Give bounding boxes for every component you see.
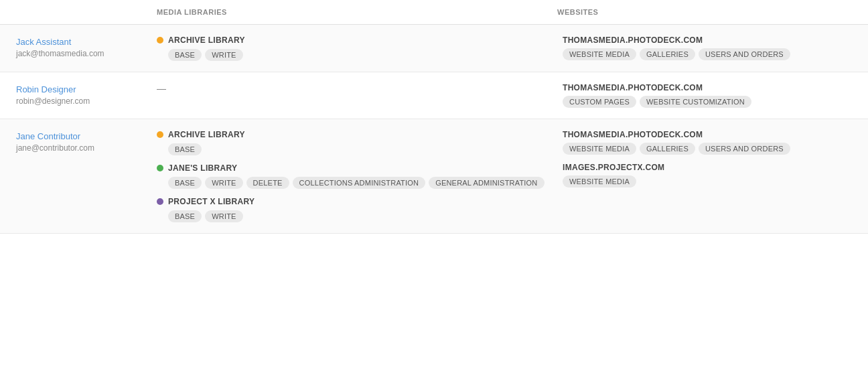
website-tags-row: WEBSITE MEDIAGALLERIESUSERS AND ORDERS (563, 143, 852, 155)
table-body: Jack Assistantjack@thomasmedia.comARCHIV… (0, 25, 868, 234)
table-row: Jack Assistantjack@thomasmedia.comARCHIV… (0, 25, 868, 72)
library-dot-icon (157, 37, 163, 44)
permission-tag: DELETE (246, 177, 289, 189)
website-permission-tag: WEBSITE MEDIA (563, 143, 636, 155)
library-group: ARCHIVE LIBRARYBASEWRITE (157, 35, 557, 61)
user-cell: Jane Contributorjane@contributor.com (16, 130, 157, 153)
website-permission-tag: CUSTOM PAGES (563, 96, 636, 108)
permission-tag: BASE (168, 143, 202, 155)
user-cell: Robin Designerrobin@designer.com (16, 83, 157, 106)
users-table: MEDIA LIBRARIES WEBSITES Jack Assistantj… (0, 0, 868, 369)
permission-tag: BASE (168, 177, 202, 189)
user-cell: Jack Assistantjack@thomasmedia.com (16, 35, 157, 58)
website-name-label: THOMASMEDIA.PHOTODECK.COM (563, 83, 852, 92)
website-permission-tag: GALLERIES (640, 143, 695, 155)
website-permission-tag: GALLERIES (640, 48, 695, 60)
table-row: Jane Contributorjane@contributor.comARCH… (0, 119, 868, 234)
library-tags-row: BASEWRITE (157, 210, 557, 222)
library-dot-icon (157, 165, 163, 171)
col-header-websites: WEBSITES (557, 5, 852, 19)
table-row: Robin Designerrobin@designer.com—THOMASM… (0, 72, 868, 119)
library-dot-icon (157, 198, 163, 205)
library-name-row: PROJECT X LIBRARY (157, 197, 557, 206)
library-name-label: JANE'S LIBRARY (168, 163, 237, 173)
library-name-row: ARCHIVE LIBRARY (157, 130, 557, 139)
library-group: JANE'S LIBRARYBASEWRITEDELETECOLLECTIONS… (157, 163, 557, 189)
website-permission-tag: WEBSITE CUSTOMIZATION (640, 96, 751, 108)
websites-cell: THOMASMEDIA.PHOTODECK.COMWEBSITE MEDIAGA… (557, 35, 852, 60)
website-permission-tag: USERS AND ORDERS (699, 143, 790, 155)
library-group: PROJECT X LIBRARYBASEWRITE (157, 197, 557, 222)
website-group: IMAGES.PROJECTX.COMWEBSITE MEDIA (563, 163, 852, 188)
website-permission-tag: WEBSITE MEDIA (563, 175, 636, 188)
media-cell: ARCHIVE LIBRARYBASEJANE'S LIBRARYBASEWRI… (157, 130, 557, 222)
website-permission-tag: WEBSITE MEDIA (563, 48, 636, 60)
website-tags-row: CUSTOM PAGESWEBSITE CUSTOMIZATION (563, 96, 852, 108)
library-tags-row: BASEWRITEDELETECOLLECTIONS ADMINISTRATIO… (157, 177, 557, 189)
library-name-label: PROJECT X LIBRARY (168, 197, 255, 206)
media-cell: ARCHIVE LIBRARYBASEWRITE (157, 35, 557, 61)
permission-tag: WRITE (205, 49, 242, 61)
website-tags-row: WEBSITE MEDIA (563, 175, 852, 188)
library-name-label: ARCHIVE LIBRARY (168, 35, 245, 45)
permission-tag: COLLECTIONS ADMINISTRATION (293, 177, 426, 189)
website-group: THOMASMEDIA.PHOTODECK.COMWEBSITE MEDIAGA… (563, 130, 852, 155)
user-email: jane@contributor.com (16, 143, 157, 153)
website-tags-row: WEBSITE MEDIAGALLERIESUSERS AND ORDERS (563, 48, 852, 60)
websites-cell: THOMASMEDIA.PHOTODECK.COMCUSTOM PAGESWEB… (557, 83, 852, 108)
user-email: robin@designer.com (16, 96, 157, 106)
website-permission-tag: USERS AND ORDERS (699, 48, 790, 60)
website-group: THOMASMEDIA.PHOTODECK.COMWEBSITE MEDIAGA… (563, 35, 852, 60)
website-group: THOMASMEDIA.PHOTODECK.COMCUSTOM PAGESWEB… (563, 83, 852, 108)
table-header: MEDIA LIBRARIES WEBSITES (0, 0, 868, 25)
empty-libraries: — (157, 83, 557, 94)
col-header-user (16, 5, 157, 19)
user-name[interactable]: Jane Contributor (16, 131, 157, 141)
library-name-row: ARCHIVE LIBRARY (157, 35, 557, 45)
user-name[interactable]: Jack Assistant (16, 37, 157, 47)
permission-tag: BASE (168, 210, 202, 222)
website-name-label: IMAGES.PROJECTX.COM (563, 163, 852, 172)
user-name[interactable]: Robin Designer (16, 84, 157, 94)
library-tags-row: BASEWRITE (157, 49, 557, 61)
permission-tag: WRITE (205, 210, 242, 222)
library-dot-icon (157, 131, 163, 138)
library-tags-row: BASE (157, 143, 557, 155)
col-header-media: MEDIA LIBRARIES (157, 5, 557, 19)
media-cell: — (157, 83, 557, 94)
website-name-label: THOMASMEDIA.PHOTODECK.COM (563, 130, 852, 139)
permission-tag: WRITE (205, 177, 242, 189)
permission-tag: BASE (168, 49, 202, 61)
website-name-label: THOMASMEDIA.PHOTODECK.COM (563, 35, 852, 45)
websites-cell: THOMASMEDIA.PHOTODECK.COMWEBSITE MEDIAGA… (557, 130, 852, 188)
permission-tag: GENERAL ADMINISTRATION (429, 177, 544, 189)
user-email: jack@thomasmedia.com (16, 49, 157, 58)
library-name-label: ARCHIVE LIBRARY (168, 130, 245, 139)
library-group: ARCHIVE LIBRARYBASE (157, 130, 557, 155)
library-name-row: JANE'S LIBRARY (157, 163, 557, 173)
